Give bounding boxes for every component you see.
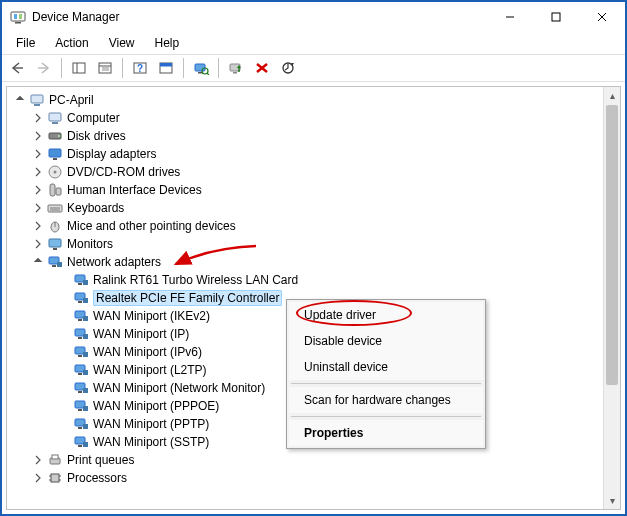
tree-category-computer[interactable]: Computer xyxy=(7,109,603,127)
show-hide-tree-button[interactable] xyxy=(67,57,91,79)
svg-line-24 xyxy=(207,73,209,75)
svg-rect-0 xyxy=(11,12,25,21)
chevron-right-icon[interactable] xyxy=(31,237,45,251)
chevron-right-icon[interactable] xyxy=(31,183,45,197)
forward-button[interactable] xyxy=(32,57,56,79)
svg-rect-21 xyxy=(195,64,205,71)
maximize-button[interactable] xyxy=(533,2,579,32)
svg-rect-54 xyxy=(78,283,82,285)
network-icon xyxy=(73,326,89,342)
cm-scan-hardware[interactable]: Scan for hardware changes xyxy=(289,387,483,413)
tree-label: WAN Miniport (Network Monitor) xyxy=(93,381,265,395)
svg-rect-9 xyxy=(38,67,48,68)
minimize-button[interactable] xyxy=(487,2,533,32)
network-icon xyxy=(73,416,89,432)
tree-label: Human Interface Devices xyxy=(67,183,202,197)
computer-icon xyxy=(29,92,45,108)
tree-category-network-adapters[interactable]: Network adapters xyxy=(7,253,603,271)
tree-label: WAN Miniport (SSTP) xyxy=(93,435,209,449)
toolbar-separator xyxy=(61,58,62,78)
chevron-down-icon[interactable] xyxy=(13,93,27,107)
chevron-right-icon[interactable] xyxy=(31,111,45,125)
dvd-icon xyxy=(47,164,63,180)
svg-rect-33 xyxy=(49,113,61,121)
scroll-up-icon[interactable]: ▴ xyxy=(604,87,620,104)
cm-update-driver[interactable]: Update driver xyxy=(289,302,483,328)
scan-hardware-button[interactable] xyxy=(189,57,213,79)
enable-device-button[interactable] xyxy=(224,57,248,79)
chevron-down-icon[interactable] xyxy=(31,255,45,269)
cm-uninstall-device[interactable]: Uninstall device xyxy=(289,354,483,380)
update-driver-button[interactable] xyxy=(276,57,300,79)
back-button[interactable] xyxy=(6,57,30,79)
chevron-right-icon[interactable] xyxy=(31,147,45,161)
svg-rect-72 xyxy=(78,391,82,393)
svg-rect-34 xyxy=(52,122,58,124)
uninstall-device-button[interactable] xyxy=(250,57,274,79)
svg-rect-55 xyxy=(83,280,88,285)
svg-rect-8 xyxy=(13,67,23,68)
tree-device[interactable]: Ralink RT61 Turbo Wireless LAN Card xyxy=(7,271,603,289)
menu-help[interactable]: Help xyxy=(145,34,190,52)
toolbar: ? xyxy=(2,54,625,82)
tree-label: Keyboards xyxy=(67,201,124,215)
svg-rect-67 xyxy=(83,352,88,357)
svg-rect-10 xyxy=(73,63,85,73)
tree-label: DVD/CD-ROM drives xyxy=(67,165,180,179)
network-icon xyxy=(73,398,89,414)
tree-label: Mice and other pointing devices xyxy=(67,219,236,233)
svg-rect-78 xyxy=(78,427,82,429)
network-icon xyxy=(73,308,89,324)
svg-rect-41 xyxy=(50,184,55,196)
svg-rect-22 xyxy=(198,72,202,74)
toolbar-separator xyxy=(183,58,184,78)
tree-category-processors[interactable]: Processors xyxy=(7,469,603,487)
tree-category-print-queues[interactable]: Print queues xyxy=(7,451,603,469)
tree-label: WAN Miniport (IKEv2) xyxy=(93,309,210,323)
menu-file[interactable]: File xyxy=(6,34,45,52)
network-icon xyxy=(47,254,63,270)
menu-action[interactable]: Action xyxy=(45,34,98,52)
chevron-right-icon[interactable] xyxy=(31,453,45,467)
menu-view[interactable]: View xyxy=(99,34,145,52)
tree-category-mice[interactable]: Mice and other pointing devices xyxy=(7,217,603,235)
chevron-right-icon[interactable] xyxy=(31,165,45,179)
svg-rect-61 xyxy=(83,316,88,321)
svg-rect-82 xyxy=(83,442,88,447)
tree-root[interactable]: PC-April xyxy=(7,91,603,109)
chevron-right-icon[interactable] xyxy=(31,201,45,215)
svg-rect-31 xyxy=(31,95,43,103)
cm-disable-device[interactable]: Disable device xyxy=(289,328,483,354)
svg-rect-60 xyxy=(78,319,82,321)
action-button[interactable] xyxy=(154,57,178,79)
chevron-right-icon[interactable] xyxy=(31,129,45,143)
tree-category-dvd[interactable]: DVD/CD-ROM drives xyxy=(7,163,603,181)
properties-sheet-button[interactable] xyxy=(93,57,117,79)
svg-rect-51 xyxy=(52,265,56,267)
scroll-down-icon[interactable]: ▾ xyxy=(604,492,620,509)
svg-rect-49 xyxy=(53,248,57,250)
vertical-scrollbar[interactable]: ▴ ▾ xyxy=(603,87,620,509)
context-menu-separator xyxy=(291,416,481,417)
chevron-right-icon[interactable] xyxy=(31,471,45,485)
tree-category-keyboards[interactable]: Keyboards xyxy=(7,199,603,217)
svg-rect-48 xyxy=(49,239,61,247)
close-button[interactable] xyxy=(579,2,625,32)
tree-category-disk-drives[interactable]: Disk drives xyxy=(7,127,603,145)
help-button[interactable]: ? xyxy=(128,57,152,79)
tree-category-hid[interactable]: Human Interface Devices xyxy=(7,181,603,199)
svg-rect-63 xyxy=(78,337,82,339)
cm-properties[interactable]: Properties xyxy=(289,420,483,446)
window-title: Device Manager xyxy=(32,10,487,24)
toolbar-separator xyxy=(122,58,123,78)
tree-category-monitors[interactable]: Monitors xyxy=(7,235,603,253)
hid-icon xyxy=(47,182,63,198)
tree-label: Monitors xyxy=(67,237,113,251)
chevron-right-icon[interactable] xyxy=(31,219,45,233)
svg-text:?: ? xyxy=(137,63,143,74)
tree-category-display-adapters[interactable]: Display adapters xyxy=(7,145,603,163)
svg-rect-75 xyxy=(78,409,82,411)
scroll-thumb[interactable] xyxy=(606,105,618,385)
titlebar: Device Manager xyxy=(2,2,625,32)
tree-label: Display adapters xyxy=(67,147,156,161)
